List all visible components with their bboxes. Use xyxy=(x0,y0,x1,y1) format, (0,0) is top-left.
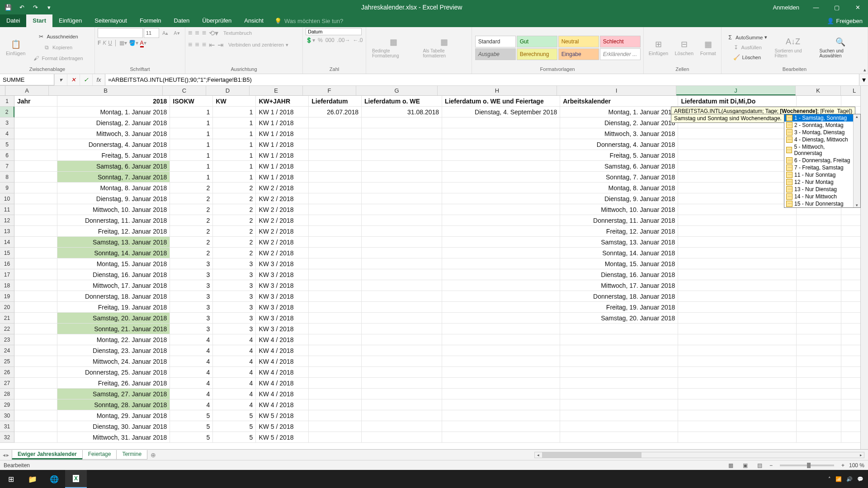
row-header-3[interactable]: 3 xyxy=(0,117,14,128)
cell-A27[interactable] xyxy=(14,378,57,389)
cell-G14[interactable] xyxy=(362,237,442,248)
cell-A15[interactable] xyxy=(14,248,57,258)
cell-C18[interactable]: 3 xyxy=(170,280,213,291)
cell-C27[interactable]: 4 xyxy=(170,378,213,389)
format-painter-button[interactable]: 🖌Format übertragen xyxy=(30,53,85,63)
cell-C8[interactable]: 1 xyxy=(170,172,213,183)
cell-F6[interactable] xyxy=(309,150,362,161)
cell-J28[interactable] xyxy=(678,389,796,399)
cell-A19[interactable] xyxy=(14,291,57,302)
cell-H2[interactable]: Dienstag, 4. September 2018 xyxy=(442,107,560,117)
cell-D16[interactable]: 3 xyxy=(213,258,256,269)
cell-G5[interactable] xyxy=(362,139,442,150)
cell-E1[interactable]: KW+JAHR xyxy=(256,96,309,107)
cell-K27[interactable] xyxy=(797,378,841,389)
cell-E27[interactable]: KW 4 / 2018 xyxy=(256,378,309,389)
cell-E5[interactable]: KW 1 / 2018 xyxy=(256,139,309,150)
cell-A17[interactable] xyxy=(14,269,57,280)
dec-decimal-button[interactable]: ←.0 xyxy=(353,37,363,43)
cell-A14[interactable] xyxy=(14,237,57,248)
cell-F11[interactable] xyxy=(309,204,362,215)
cell-G17[interactable] xyxy=(362,269,442,280)
cell-B13[interactable]: Freitag, 12. Januar 2018 xyxy=(57,226,170,237)
cell-F22[interactable] xyxy=(309,324,362,334)
worksheet-grid[interactable]: ABCDEFGHIJKL 1Jahr2018ISOKWKWKW+JAHRLief… xyxy=(0,86,868,449)
weekend-option-4[interactable]: ⋯4 - Dienstag, Mittwoch xyxy=(784,136,853,143)
cell-I22[interactable] xyxy=(560,324,678,334)
cell-I19[interactable]: Donnerstag, 18. Januar 2018 xyxy=(560,291,678,302)
cell-E22[interactable]: KW 3 / 2018 xyxy=(256,324,309,334)
cell-I32[interactable] xyxy=(560,432,678,443)
tab-daten[interactable]: Daten xyxy=(168,14,196,27)
cell-D27[interactable]: 4 xyxy=(213,378,256,389)
cell-B29[interactable]: Sonntag, 28. Januar 2018 xyxy=(57,399,170,410)
cell-E28[interactable]: KW 4 / 2018 xyxy=(256,389,309,399)
cell-A13[interactable] xyxy=(14,226,57,237)
cell-D28[interactable]: 4 xyxy=(213,389,256,399)
cell-G25[interactable] xyxy=(362,356,442,367)
cell-G2[interactable]: 31.08.2018 xyxy=(362,107,442,117)
cell-B15[interactable]: Sonntag, 14. Januar 2018 xyxy=(57,248,170,258)
row-header-29[interactable]: 29 xyxy=(0,399,14,410)
row-header-30[interactable]: 30 xyxy=(0,410,14,421)
cell-E24[interactable]: KW 4 / 2018 xyxy=(256,345,309,356)
cell-G6[interactable] xyxy=(362,150,442,161)
cell-H15[interactable] xyxy=(442,248,560,258)
cell-K16[interactable] xyxy=(797,258,841,269)
align-top-button[interactable]: ≡ xyxy=(188,29,192,37)
cell-B16[interactable]: Montag, 15. Januar 2018 xyxy=(57,258,170,269)
cell-C12[interactable]: 2 xyxy=(170,215,213,226)
cell-K20[interactable] xyxy=(797,302,841,313)
cell-H11[interactable] xyxy=(442,204,560,215)
style-erklar[interactable]: Erklärender ... xyxy=(600,48,641,60)
cell-E11[interactable]: KW 2 / 2018 xyxy=(256,204,309,215)
cell-G20[interactable] xyxy=(362,302,442,313)
cell-F16[interactable] xyxy=(309,258,362,269)
cancel-formula-button[interactable]: ✕ xyxy=(67,74,80,85)
cell-B20[interactable]: Freitag, 19. Januar 2018 xyxy=(57,302,170,313)
cell-H23[interactable] xyxy=(442,334,560,345)
cell-G3[interactable] xyxy=(362,117,442,128)
orientation-button[interactable]: ⟲▾ xyxy=(209,29,218,38)
weekend-option-11[interactable]: ⋯11 - Nur Sonntag xyxy=(784,171,853,178)
cell-K23[interactable] xyxy=(797,334,841,345)
cell-E2[interactable]: KW 1 / 2018 xyxy=(256,107,309,117)
cell-C31[interactable]: 5 xyxy=(170,421,213,432)
cell-E21[interactable]: KW 3 / 2018 xyxy=(256,313,309,324)
row-header-22[interactable]: 22 xyxy=(0,324,14,334)
cell-E20[interactable]: KW 3 / 2018 xyxy=(256,302,309,313)
cell-I18[interactable]: Mittwoch, 17. Januar 2018 xyxy=(560,280,678,291)
cell-F5[interactable] xyxy=(309,139,362,150)
cell-F10[interactable] xyxy=(309,193,362,204)
col-header-F[interactable]: F xyxy=(303,86,356,95)
cell-D7[interactable]: 1 xyxy=(213,161,256,172)
cell-F29[interactable] xyxy=(309,399,362,410)
add-sheet-button[interactable]: ⊕ xyxy=(147,450,160,460)
cell-H13[interactable] xyxy=(442,226,560,237)
cell-I21[interactable]: Samstag, 20. Januar 2018 xyxy=(560,313,678,324)
cell-C29[interactable]: 4 xyxy=(170,399,213,410)
tab-einfügen[interactable]: Einfügen xyxy=(52,14,88,27)
page-layout-view-button[interactable]: ▣ xyxy=(741,461,750,469)
cell-H27[interactable] xyxy=(442,378,560,389)
cell-B6[interactable]: Freitag, 5. Januar 2018 xyxy=(57,150,170,161)
cell-B11[interactable]: Mittwoch, 10. Januar 2018 xyxy=(57,204,170,215)
paste-button[interactable]: 📋 Einfügen xyxy=(3,31,28,64)
cell-B24[interactable]: Dienstag, 23. Januar 2018 xyxy=(57,345,170,356)
cell-F23[interactable] xyxy=(309,334,362,345)
cell-B18[interactable]: Mittwoch, 17. Januar 2018 xyxy=(57,280,170,291)
name-box-drop-icon[interactable]: ▾ xyxy=(54,74,67,85)
weekend-option-12[interactable]: ⋯12 - Nur Montag xyxy=(784,178,853,186)
cell-G19[interactable] xyxy=(362,291,442,302)
fill-color-button[interactable]: 🪣▾ xyxy=(129,40,138,46)
align-bottom-button[interactable]: ≡ xyxy=(202,29,206,37)
taskbar-browser[interactable]: 🌐 xyxy=(43,470,65,488)
weekend-option-6[interactable]: ⋯6 - Donnerstag, Freitag xyxy=(784,157,853,164)
cell-J17[interactable] xyxy=(678,269,796,280)
cell-I9[interactable]: Montag, 8. Januar 2018 xyxy=(560,183,678,193)
tab-formeln[interactable]: Formeln xyxy=(133,14,168,27)
cell-C28[interactable]: 4 xyxy=(170,389,213,399)
cell-E13[interactable]: KW 2 / 2018 xyxy=(256,226,309,237)
cell-C19[interactable]: 3 xyxy=(170,291,213,302)
row-header-13[interactable]: 13 xyxy=(0,226,14,237)
